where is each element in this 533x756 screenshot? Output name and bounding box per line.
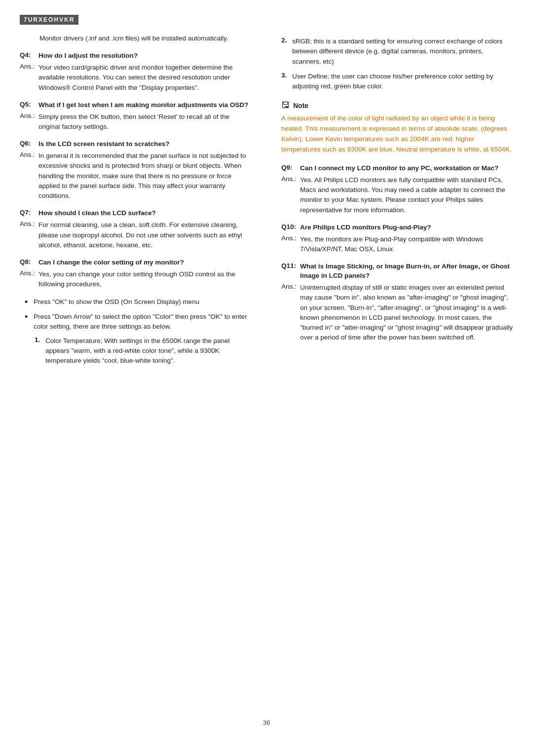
q6-question-line: Q6: Is the LCD screen resistant to scrat… xyxy=(20,140,252,149)
numbered-list-right: 2. sRGB; this is a standard setting for … xyxy=(281,37,513,91)
qa-block-q9: Q9: Can I connect my LCD monitor to any … xyxy=(281,164,513,215)
q5-label: Q5: xyxy=(20,101,38,110)
q5-question-line: Q5: What if I get lost when I am making … xyxy=(20,101,252,110)
q4-question-line: Q4: How do I adjust the resolution? xyxy=(20,51,252,61)
left-column: Monitor drivers (.inf and .icm files) wi… xyxy=(20,34,266,704)
q5-answer: Ans.: Simply press the OK button, then s… xyxy=(20,112,252,132)
q7-answer: Ans.: For normal cleaning, use a clean, … xyxy=(20,220,252,250)
q8-answer: Ans.: Yes, you can change your color set… xyxy=(20,269,252,290)
q9-label: Q9: xyxy=(281,164,300,173)
num-label-3: 3. xyxy=(281,72,292,92)
q10-answer: Ans.: Yes, the monitors are Plug-and-Pla… xyxy=(281,234,513,255)
note-icon: 🖫 xyxy=(281,100,290,111)
numbered-item-2: 2. sRGB; this is a standard setting for … xyxy=(281,37,513,67)
qa-block-q10: Q10: Are Philips LCD monitors Plug-and-P… xyxy=(281,223,513,254)
q8-question-line: Q8: Can I change the color setting of my… xyxy=(20,258,252,267)
note-header: 🖫 Note xyxy=(281,100,513,111)
header-bar: 7URXEOHVKR xyxy=(20,15,78,25)
q6-ans-text: In general it is recommended that the pa… xyxy=(38,151,252,201)
q5-ans-text: Simply press the OK button, then select … xyxy=(38,112,252,132)
q5-ans-label: Ans.: xyxy=(20,112,38,132)
q4-ans-label: Ans.: xyxy=(20,63,38,93)
q11-ans-label: Ans.: xyxy=(281,283,300,343)
q10-text: Are Philips LCD monitors Plug-and-Play? xyxy=(300,223,431,232)
q11-ans-text: Uninterrupted display of still or static… xyxy=(300,283,513,343)
q9-question-line: Q9: Can I connect my LCD monitor to any … xyxy=(281,164,513,173)
q7-label: Q7: xyxy=(20,209,38,218)
qa-block-q6: Q6: Is the LCD screen resistant to scrat… xyxy=(20,140,252,201)
q10-ans-label: Ans.: xyxy=(281,234,300,255)
numbered-list: 1. Color Temperature; With settings in t… xyxy=(35,336,252,366)
q8-ans-label: Ans.: xyxy=(20,269,38,290)
q6-answer: Ans.: In general it is recommended that … xyxy=(20,151,252,201)
intro-text: Monitor drivers (.inf and .icm files) wi… xyxy=(39,34,252,43)
qa-block-q4: Q4: How do I adjust the resolution? Ans.… xyxy=(20,51,252,93)
q7-ans-label: Ans.: xyxy=(20,220,38,250)
q6-ans-label: Ans.: xyxy=(20,151,38,201)
bullet-dot-2: • xyxy=(25,312,34,332)
page: 7URXEOHVKR Monitor drivers (.inf and .ic… xyxy=(0,0,533,756)
qa-block-q5: Q5: What if I get lost when I am making … xyxy=(20,101,252,132)
num-text-1: Color Temperature; With settings in the … xyxy=(45,336,252,366)
right-column: 2. sRGB; this is a standard setting for … xyxy=(266,34,513,704)
q8-ans-text: Yes, you can change your color setting t… xyxy=(38,269,252,290)
bullet-dot-1: • xyxy=(25,297,34,308)
q6-label: Q6: xyxy=(20,140,38,149)
q10-ans-text: Yes, the monitors are Plug-and-Play comp… xyxy=(300,234,513,255)
bullet-item-2: • Press "Down Arrow" to select the optio… xyxy=(25,312,252,332)
q4-ans-text: Your video card/graphic driver and monit… xyxy=(38,63,252,93)
num-text-3: User Define; the user can choose his/her… xyxy=(292,72,513,92)
q9-ans-text: Yes. All Philips LCD monitors are fully … xyxy=(300,175,513,215)
qa-block-q7: Q7: How should I clean the LCD surface? … xyxy=(20,209,252,250)
page-number: 36 xyxy=(20,719,513,726)
q5-text: What if I get lost when I am making moni… xyxy=(38,101,248,110)
q4-answer: Ans.: Your video card/graphic driver and… xyxy=(20,63,252,93)
q9-answer: Ans.: Yes. All Philips LCD monitors are … xyxy=(281,175,513,215)
num-label-1: 1. xyxy=(35,336,45,366)
q8-label: Q8: xyxy=(20,258,38,267)
q7-text: How should I clean the LCD surface? xyxy=(38,209,156,218)
bullet-text-1: Press "OK" to show the OSD (On Screen Di… xyxy=(34,297,199,308)
num-text-2: sRGB; this is a standard setting for ens… xyxy=(292,37,513,67)
qa-block-q11: Q11: What is Image Sticking, or Image Bu… xyxy=(281,262,513,342)
q7-ans-text: For normal cleaning, use a clean, soft c… xyxy=(38,220,252,250)
q6-text: Is the LCD screen resistant to scratches… xyxy=(38,140,170,149)
q11-question-line: Q11: What is Image Sticking, or Image Bu… xyxy=(281,262,513,281)
numbered-item-1: 1. Color Temperature; With settings in t… xyxy=(35,336,252,366)
q11-text: What is Image Sticking, or Image Burn-in… xyxy=(300,262,513,281)
note-text: A measurement of the color of light radi… xyxy=(281,113,513,155)
note-box: 🖫 Note A measurement of the color of lig… xyxy=(281,100,513,155)
qa-block-q8: Q8: Can I change the color setting of my… xyxy=(20,258,252,289)
q4-text: How do I adjust the resolution? xyxy=(38,51,138,61)
two-column-layout: Monitor drivers (.inf and .icm files) wi… xyxy=(20,34,513,704)
numbered-item-3: 3. User Define; the user can choose his/… xyxy=(281,72,513,92)
q11-answer: Ans.: Uninterrupted display of still or … xyxy=(281,283,513,343)
bullet-text-2: Press "Down Arrow" to select the option … xyxy=(34,312,252,332)
q10-label: Q10: xyxy=(281,223,300,232)
num-label-2: 2. xyxy=(281,37,292,67)
q4-label: Q4: xyxy=(20,51,38,61)
header-label: 7URXEOHVKR xyxy=(24,16,75,23)
q9-ans-label: Ans.: xyxy=(281,175,300,215)
note-label: Note xyxy=(293,102,308,110)
q7-question-line: Q7: How should I clean the LCD surface? xyxy=(20,209,252,218)
q10-question-line: Q10: Are Philips LCD monitors Plug-and-P… xyxy=(281,223,513,232)
bullet-item-1: • Press "OK" to show the OSD (On Screen … xyxy=(25,297,252,308)
q11-label: Q11: xyxy=(281,262,300,281)
q9-text: Can I connect my LCD monitor to any PC, … xyxy=(300,164,498,173)
q8-text: Can I change the color setting of my mon… xyxy=(38,258,184,267)
